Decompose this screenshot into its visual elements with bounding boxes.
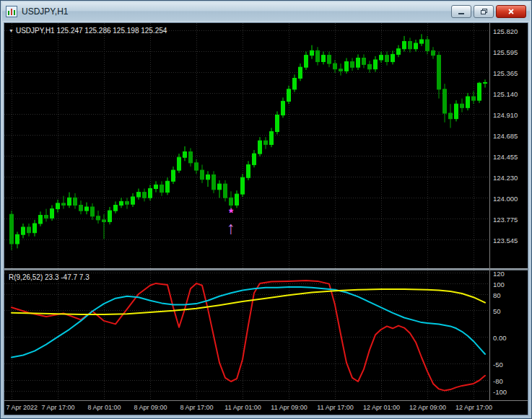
price-label: 124.455 (493, 152, 518, 160)
title-bar[interactable]: USDJPY,H1 (2, 2, 530, 21)
time-label: 8 Apr 01:00 (87, 404, 121, 411)
indicator-scale-label: 100 (493, 280, 505, 288)
indicator-scale-label: 80 (493, 291, 501, 299)
mt4-chart-window: USDJPY,H1 *↑ ▼USDJPY,H1 125.247 125.286 … (0, 0, 532, 419)
price-label: 124.685 (493, 131, 518, 139)
minimize-icon (458, 8, 465, 15)
signal-red-line (12, 281, 485, 390)
chart-ohlc-label: ▼USDJPY,H1 125.247 125.286 125.198 125.2… (9, 27, 167, 35)
price-scale-main: 125.820125.595125.365125.140124.910124.6… (490, 23, 528, 268)
minimize-button[interactable] (451, 5, 471, 18)
indicator-scale-label: 120 (493, 269, 505, 277)
restore-button[interactable] (474, 5, 494, 18)
close-button[interactable] (496, 5, 526, 18)
price-label: 124.000 (493, 194, 518, 202)
time-label: 7 Apr 17:00 (41, 404, 74, 411)
indicator-scale-label: -50 (493, 360, 503, 368)
price-scale[interactable]: 125.820125.595125.365125.140124.910124.6… (489, 23, 528, 400)
time-axis[interactable]: 7 Apr 20227 Apr 17:008 Apr 01:008 Apr 09… (4, 400, 528, 415)
chart-icon[interactable] (6, 6, 17, 17)
indicator-scale-label: 0.00 (493, 333, 507, 341)
indicator-scale-label: -80 (493, 376, 503, 384)
price-label: 125.140 (493, 89, 518, 97)
price-label: 123.775 (493, 215, 518, 223)
price-label: 124.230 (493, 173, 518, 181)
time-label: 12 Apr 09:00 (409, 404, 446, 411)
ohlc-text: USDJPY,H1 125.247 125.286 125.198 125.25… (16, 27, 167, 35)
candlestick-chart[interactable]: *↑ (4, 23, 489, 268)
time-label: 7 Apr 2022 (6, 404, 38, 411)
time-label: 8 Apr 17:00 (180, 404, 213, 411)
restore-icon (480, 8, 488, 15)
time-label: 11 Apr 01:00 (224, 404, 261, 411)
price-label: 125.595 (493, 48, 518, 56)
time-label: 11 Apr 17:00 (317, 404, 353, 411)
window-title: USDJPY,H1 (22, 6, 449, 17)
time-label: 12 Apr 17:00 (455, 404, 492, 411)
indicator-scale-label: 50 (493, 306, 501, 314)
chart-area: *↑ ▼USDJPY,H1 125.247 125.286 125.198 12… (4, 22, 528, 415)
price-label: 125.365 (493, 69, 518, 76)
price-label: 124.910 (493, 110, 518, 118)
time-label: 12 Apr 01:00 (363, 404, 400, 411)
chart-dropdown-icon[interactable]: ▼ (9, 28, 14, 33)
time-label: 11 Apr 09:00 (271, 404, 307, 411)
indicator-scale-label: -100 (493, 387, 507, 395)
price-label: 125.820 (493, 27, 518, 35)
time-label: 8 Apr 09:00 (134, 404, 167, 411)
indicator-scale: 12010080500.00-50-80-100 (490, 270, 528, 400)
indicator-chart[interactable] (4, 270, 489, 400)
indicator-label: R(9,26,52) 23.3 -47.7 7.3 (9, 273, 90, 281)
close-icon (507, 8, 515, 15)
buy-arrow-icon: ↑ (227, 218, 235, 237)
price-label: 123.545 (493, 236, 518, 244)
